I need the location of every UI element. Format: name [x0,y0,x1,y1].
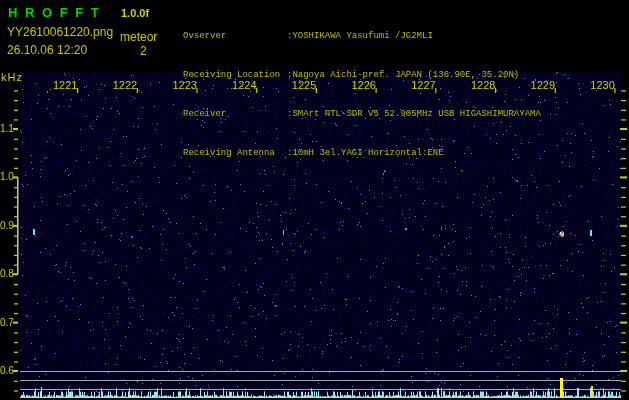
time-tick-label: 1226 [352,79,376,91]
observer-row-label: Receiver [183,108,287,121]
time-tick-label: 1222 [113,79,137,91]
freq-tick-label: 1.0 [0,171,13,182]
hrofft-window: H R O F F T 1.0.0f YY2610061220.png mete… [0,0,629,400]
freq-axis-unit: kHz [1,71,23,83]
time-tick-label: 1230 [590,79,614,91]
time-tick-label: 1228 [471,79,495,91]
app-title: H R O F F T [8,5,101,20]
observer-row-label: Ovserver [183,30,287,43]
freq-tick-label: 0.9 [0,220,13,231]
output-filename: YY2610061220.png [7,25,113,39]
freq-tick-label: 1.1 [0,123,13,134]
time-tick-label: 1221 [53,79,77,91]
app-version: 1.0.0f [121,7,149,19]
time-tick-label: 1223 [172,79,196,91]
time-tick-label: 1229 [531,79,555,91]
observer-row-value: :SMArt RTL-SDR V5 52.905MHz USB HIGASHIM… [287,109,541,119]
observer-info-block: Ovserver:YOSHIKAWA Yasufumi /JG2MLI Rece… [183,4,541,186]
observer-row-label: Receiving Antenna [183,147,287,160]
observer-row: Receiver:SMArt RTL-SDR V5 52.905MHz USB … [183,108,541,121]
observer-row: Ovserver:YOSHIKAWA Yasufumi /JG2MLI [183,30,541,43]
time-tick-label: 1224 [232,79,256,91]
mode-label: meteor [120,30,157,44]
observer-row-value: :YOSHIKAWA Yasufumi /JG2MLI [287,31,433,41]
datetime-label: 26.10.06 12:20 [7,43,87,57]
meteor-count: 2 [140,44,147,58]
observer-row: Receiving Antenna:10mH 3el.YAGI Horizont… [183,147,541,160]
freq-tick-label: 0.6 [0,365,13,376]
freq-tick-label: 0.8 [0,268,13,279]
time-tick-label: 1225 [292,79,316,91]
freq-tick-label: 0.7 [0,317,13,328]
observer-row-value: :10mH 3el.YAGI Horizontal:ENE [287,148,444,158]
time-tick-label: 1227 [411,79,435,91]
